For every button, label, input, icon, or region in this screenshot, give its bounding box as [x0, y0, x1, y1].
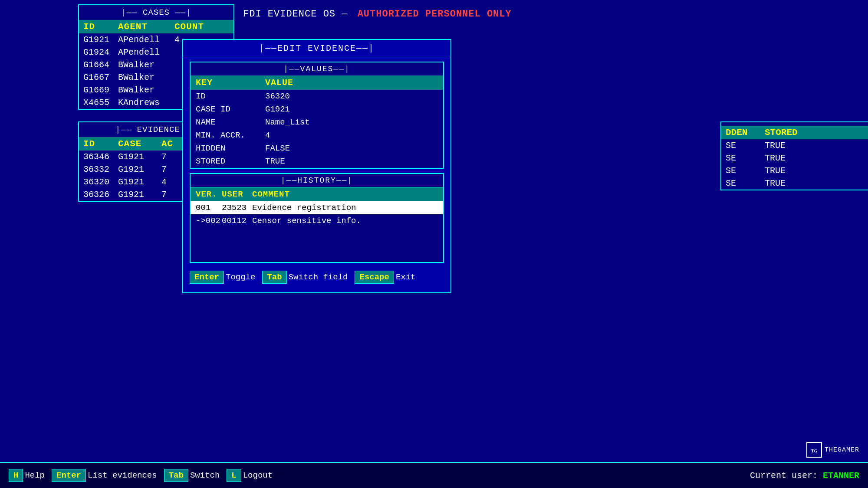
tab-footer-key-btn[interactable]: Tab — [164, 469, 188, 482]
tab-label: Switch field — [289, 272, 348, 282]
h-key-btn[interactable]: H — [9, 469, 23, 482]
cases-panel-title: |—— CASES ——| — [79, 5, 233, 20]
switch-label: Switch — [190, 471, 220, 480]
list-evidences-label: List evidences — [88, 471, 157, 480]
tab-key-btn[interactable]: Tab — [262, 271, 286, 284]
current-user-section: Current user: ETANNER — [750, 471, 859, 481]
main-background: FDI EVIDENCE OS — AUTHORIZED PERSONNEL O… — [0, 0, 868, 488]
table-row[interactable]: SE TRUE — [721, 139, 868, 152]
logo-icon: TG — [806, 442, 822, 458]
modal-shortcuts: Enter Toggle Tab Switch field Escape Exi… — [183, 267, 450, 284]
history-panel: |—— HISTORY ——| VER. USER COMMENT 001 23… — [190, 173, 444, 263]
current-username: ETANNER — [823, 471, 859, 481]
table-row[interactable]: CASE ID G1921 — [191, 103, 443, 116]
right-partial-panel: DDEN STORED SE TRUE SE TRUE SE TRUE SE T… — [720, 121, 868, 190]
edit-evidence-modal: |—— EDIT EVIDENCE ——| |—— VALUES ——| KEY… — [182, 39, 451, 293]
escape-key-btn[interactable]: Escape — [355, 271, 394, 284]
table-row[interactable]: ID 36320 — [191, 90, 443, 103]
table-row[interactable]: HIDDEN FALSE — [191, 142, 443, 155]
help-label: Help — [25, 471, 45, 480]
svg-text:TG: TG — [811, 449, 818, 453]
modal-title: |—— EDIT EVIDENCE ——| — [183, 40, 450, 57]
escape-label: Exit — [396, 272, 416, 282]
logout-label: Logout — [243, 471, 273, 480]
history-table-header: VER. USER COMMENT — [191, 187, 443, 201]
history-title: |—— HISTORY ——| — [191, 174, 443, 187]
right-table-header: DDEN STORED — [721, 126, 868, 139]
app-title: FDI EVIDENCE OS — [243, 9, 335, 20]
l-key-btn[interactable]: L — [227, 469, 241, 482]
table-row[interactable]: NAME Name_List — [191, 116, 443, 129]
table-row[interactable]: STORED TRUE — [191, 155, 443, 168]
table-row[interactable]: SE TRUE — [721, 152, 868, 164]
header: FDI EVIDENCE OS — AUTHORIZED PERSONNEL O… — [243, 9, 868, 20]
cases-table-header: ID AGENT COUNT — [79, 20, 233, 33]
history-row-current[interactable]: ->002 00112 Censor sensitive info. — [191, 214, 443, 227]
enter-key-btn[interactable]: Enter — [190, 271, 224, 284]
header-warning: AUTHORIZED PERSONNEL ONLY — [358, 9, 512, 20]
table-row[interactable]: SE TRUE — [721, 164, 868, 177]
thegamer-logo: TG THEGAMER — [806, 442, 859, 458]
table-row[interactable]: MIN. ACCR. 4 — [191, 129, 443, 142]
values-table-header: KEY VALUE — [191, 75, 443, 90]
table-row[interactable]: SE TRUE — [721, 177, 868, 190]
enter-label: Toggle — [226, 272, 255, 282]
enter-footer-key-btn[interactable]: Enter — [52, 469, 86, 482]
footer: H Help Enter List evidences Tab Switch L… — [0, 462, 868, 488]
current-user-label: Current user: — [750, 471, 818, 481]
values-title: |—— VALUES ——| — [191, 62, 443, 75]
values-panel: |—— VALUES ——| KEY VALUE ID 36320 CASE I… — [190, 62, 444, 169]
history-spacer — [191, 227, 443, 262]
history-row-selected[interactable]: 001 23523 Evidence registration — [191, 201, 443, 214]
